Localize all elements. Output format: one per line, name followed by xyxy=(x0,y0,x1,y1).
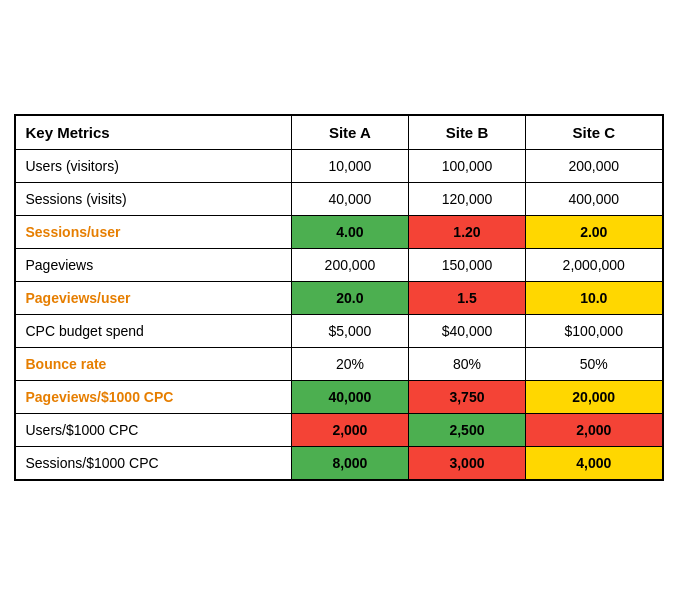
table-row: Users/$1000 CPC2,0002,5002,000 xyxy=(15,414,663,447)
metric-cell: 80% xyxy=(408,348,525,381)
metric-cell: 400,000 xyxy=(526,183,663,216)
metric-cell: 2,000,000 xyxy=(526,249,663,282)
metric-cell: 150,000 xyxy=(408,249,525,282)
metrics-table: Key Metrics Site A Site B Site C Users (… xyxy=(14,114,664,481)
metric-label: Sessions/$1000 CPC xyxy=(15,447,292,481)
metric-cell: 40,000 xyxy=(291,183,408,216)
metric-cell: 10,000 xyxy=(291,150,408,183)
metric-label: Sessions (visits) xyxy=(15,183,292,216)
metric-cell: 200,000 xyxy=(291,249,408,282)
metric-cell: 40,000 xyxy=(291,381,408,414)
metric-cell: $5,000 xyxy=(291,315,408,348)
metric-cell: 100,000 xyxy=(408,150,525,183)
col-header-site-a: Site A xyxy=(291,115,408,150)
metric-cell: 10.0 xyxy=(526,282,663,315)
metric-label: CPC budget spend xyxy=(15,315,292,348)
table-header-row: Key Metrics Site A Site B Site C xyxy=(15,115,663,150)
metric-cell: 20.0 xyxy=(291,282,408,315)
metric-cell: 20,000 xyxy=(526,381,663,414)
col-header-site-b: Site B xyxy=(408,115,525,150)
col-header-metrics: Key Metrics xyxy=(15,115,292,150)
metric-cell: 2,000 xyxy=(526,414,663,447)
metric-cell: 1.5 xyxy=(408,282,525,315)
metric-cell: 2,000 xyxy=(291,414,408,447)
table-row: Sessions/$1000 CPC8,0003,0004,000 xyxy=(15,447,663,481)
metric-label: Users (visitors) xyxy=(15,150,292,183)
metric-cell: 4,000 xyxy=(526,447,663,481)
table-row: Pageviews200,000150,0002,000,000 xyxy=(15,249,663,282)
metric-label: Pageviews xyxy=(15,249,292,282)
table-row: Bounce rate20%80%50% xyxy=(15,348,663,381)
metric-cell: 3,000 xyxy=(408,447,525,481)
metric-label: Pageviews/$1000 CPC xyxy=(15,381,292,414)
metric-label: Sessions/user xyxy=(15,216,292,249)
metric-label: Bounce rate xyxy=(15,348,292,381)
metric-cell: 50% xyxy=(526,348,663,381)
metric-label: Pageviews/user xyxy=(15,282,292,315)
metric-cell: 20% xyxy=(291,348,408,381)
metric-cell: 3,750 xyxy=(408,381,525,414)
table-row: CPC budget spend$5,000$40,000$100,000 xyxy=(15,315,663,348)
metric-cell: 200,000 xyxy=(526,150,663,183)
metric-cell: 1.20 xyxy=(408,216,525,249)
table-row: Pageviews/$1000 CPC40,0003,75020,000 xyxy=(15,381,663,414)
metric-cell: 2.00 xyxy=(526,216,663,249)
table-row: Sessions (visits)40,000120,000400,000 xyxy=(15,183,663,216)
metric-cell: 2,500 xyxy=(408,414,525,447)
table-row: Pageviews/user20.01.510.0 xyxy=(15,282,663,315)
table-wrapper: Key Metrics Site A Site B Site C Users (… xyxy=(14,114,664,481)
metric-cell: 120,000 xyxy=(408,183,525,216)
metric-cell: $100,000 xyxy=(526,315,663,348)
metric-cell: 8,000 xyxy=(291,447,408,481)
table-row: Users (visitors)10,000100,000200,000 xyxy=(15,150,663,183)
metric-cell: 4.00 xyxy=(291,216,408,249)
metric-label: Users/$1000 CPC xyxy=(15,414,292,447)
metric-cell: $40,000 xyxy=(408,315,525,348)
col-header-site-c: Site C xyxy=(526,115,663,150)
table-row: Sessions/user4.001.202.00 xyxy=(15,216,663,249)
